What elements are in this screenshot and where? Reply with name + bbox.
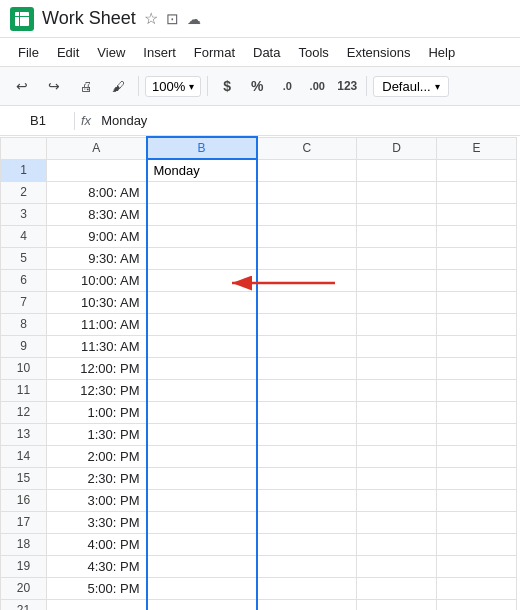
drive-folder-icon[interactable]: ⊡: [166, 10, 179, 28]
cell-a16[interactable]: 3:00: PM: [47, 489, 147, 511]
cell-c14[interactable]: [257, 445, 357, 467]
cell-a20[interactable]: 5:00: PM: [47, 577, 147, 599]
cell-e18[interactable]: [437, 533, 517, 555]
cell-b15[interactable]: [147, 467, 257, 489]
cell-d3[interactable]: [357, 203, 437, 225]
cell-c19[interactable]: [257, 555, 357, 577]
cell-c12[interactable]: [257, 401, 357, 423]
cell-e1[interactable]: [437, 159, 517, 181]
currency-button[interactable]: $: [214, 73, 240, 99]
menu-format[interactable]: Format: [186, 42, 243, 63]
cell-c4[interactable]: [257, 225, 357, 247]
cell-d9[interactable]: [357, 335, 437, 357]
cell-c21[interactable]: [257, 599, 357, 610]
document-title[interactable]: Work Sheet: [42, 8, 136, 29]
cell-b13[interactable]: [147, 423, 257, 445]
menu-edit[interactable]: Edit: [49, 42, 87, 63]
cell-b6[interactable]: [147, 269, 257, 291]
cell-e7[interactable]: [437, 291, 517, 313]
redo-button[interactable]: ↪: [40, 72, 68, 100]
cell-b21[interactable]: [147, 599, 257, 610]
cell-e20[interactable]: [437, 577, 517, 599]
cell-a5[interactable]: 9:30: AM: [47, 247, 147, 269]
cell-c5[interactable]: [257, 247, 357, 269]
cell-a14[interactable]: 2:00: PM: [47, 445, 147, 467]
cell-c8[interactable]: [257, 313, 357, 335]
cell-e12[interactable]: [437, 401, 517, 423]
more-formats-button[interactable]: 123: [334, 73, 360, 99]
cell-e15[interactable]: [437, 467, 517, 489]
cell-a3[interactable]: 8:30: AM: [47, 203, 147, 225]
cell-e13[interactable]: [437, 423, 517, 445]
cell-d1[interactable]: [357, 159, 437, 181]
cell-b11[interactable]: [147, 379, 257, 401]
col-header-d[interactable]: D: [357, 137, 437, 159]
col-header-c[interactable]: C: [257, 137, 357, 159]
cell-b4[interactable]: [147, 225, 257, 247]
cell-b14[interactable]: [147, 445, 257, 467]
cell-c1[interactable]: [257, 159, 357, 181]
cell-a11[interactable]: 12:30: PM: [47, 379, 147, 401]
cell-a10[interactable]: 12:00: PM: [47, 357, 147, 379]
cell-b10[interactable]: [147, 357, 257, 379]
cell-c10[interactable]: [257, 357, 357, 379]
font-selector[interactable]: Defaul... ▾: [373, 76, 448, 97]
cell-a8[interactable]: 11:00: AM: [47, 313, 147, 335]
menu-insert[interactable]: Insert: [135, 42, 184, 63]
cell-e9[interactable]: [437, 335, 517, 357]
undo-button[interactable]: ↩: [8, 72, 36, 100]
cell-d17[interactable]: [357, 511, 437, 533]
cell-b7[interactable]: [147, 291, 257, 313]
cell-b1[interactable]: Monday: [147, 159, 257, 181]
favorite-icon[interactable]: ☆: [144, 9, 158, 28]
cell-reference[interactable]: [8, 113, 68, 128]
paint-format-button[interactable]: 🖌: [104, 72, 132, 100]
decimal-up-button[interactable]: .00: [304, 73, 330, 99]
cell-a9[interactable]: 11:30: AM: [47, 335, 147, 357]
cell-e17[interactable]: [437, 511, 517, 533]
cell-d15[interactable]: [357, 467, 437, 489]
cell-d13[interactable]: [357, 423, 437, 445]
cell-b2[interactable]: [147, 181, 257, 203]
cell-c6[interactable]: [257, 269, 357, 291]
percent-button[interactable]: %: [244, 73, 270, 99]
menu-tools[interactable]: Tools: [290, 42, 336, 63]
cell-e8[interactable]: [437, 313, 517, 335]
cell-a6[interactable]: 10:00: AM: [47, 269, 147, 291]
print-button[interactable]: 🖨: [72, 72, 100, 100]
cell-d11[interactable]: [357, 379, 437, 401]
cell-d21[interactable]: [357, 599, 437, 610]
cell-b18[interactable]: [147, 533, 257, 555]
cell-d4[interactable]: [357, 225, 437, 247]
menu-file[interactable]: File: [10, 42, 47, 63]
cell-c2[interactable]: [257, 181, 357, 203]
cell-d2[interactable]: [357, 181, 437, 203]
cell-a18[interactable]: 4:00: PM: [47, 533, 147, 555]
decimal-down-button[interactable]: .0: [274, 73, 300, 99]
cell-d5[interactable]: [357, 247, 437, 269]
cell-a7[interactable]: 10:30: AM: [47, 291, 147, 313]
cell-a21[interactable]: [47, 599, 147, 610]
cell-a15[interactable]: 2:30: PM: [47, 467, 147, 489]
cell-b3[interactable]: [147, 203, 257, 225]
cell-c7[interactable]: [257, 291, 357, 313]
cell-c20[interactable]: [257, 577, 357, 599]
cell-a12[interactable]: 1:00: PM: [47, 401, 147, 423]
formula-content[interactable]: Monday: [101, 113, 512, 128]
menu-data[interactable]: Data: [245, 42, 288, 63]
zoom-selector[interactable]: 100% ▾: [145, 76, 201, 97]
cell-d14[interactable]: [357, 445, 437, 467]
menu-help[interactable]: Help: [420, 42, 463, 63]
cell-a2[interactable]: 8:00: AM: [47, 181, 147, 203]
cell-d7[interactable]: [357, 291, 437, 313]
cell-d6[interactable]: [357, 269, 437, 291]
cell-e4[interactable]: [437, 225, 517, 247]
cell-d19[interactable]: [357, 555, 437, 577]
cell-a4[interactable]: 9:00: AM: [47, 225, 147, 247]
cell-c18[interactable]: [257, 533, 357, 555]
cell-a19[interactable]: 4:30: PM: [47, 555, 147, 577]
menu-view[interactable]: View: [89, 42, 133, 63]
grid-container[interactable]: A B C D E 1Monday28:00: AM38:30: AM49:00…: [0, 136, 520, 610]
cell-e10[interactable]: [437, 357, 517, 379]
cell-c17[interactable]: [257, 511, 357, 533]
